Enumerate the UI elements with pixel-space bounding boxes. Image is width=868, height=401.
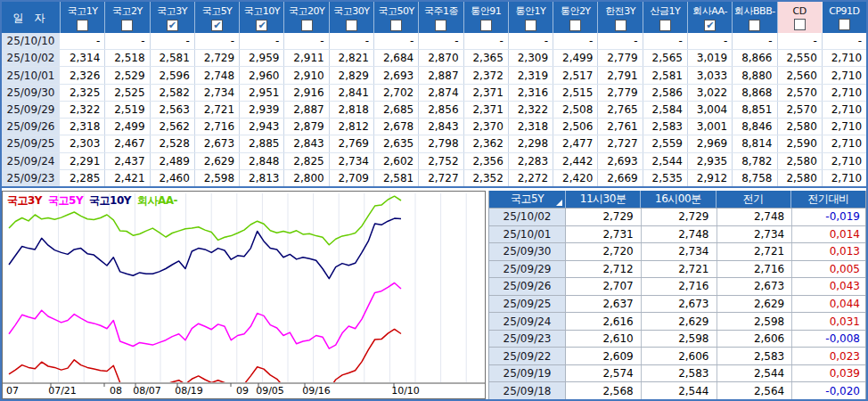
yield-cell: 2,887 <box>284 102 329 118</box>
yield-cell: - <box>733 33 777 49</box>
history-table-header: 국고5Y 11시30분 16시00분 전기 전기대비 <box>489 191 865 209</box>
checkbox-17[interactable] <box>839 19 850 30</box>
yield-cell: 2,580 <box>778 119 823 135</box>
checkbox-3[interactable]: ✔ <box>211 20 223 31</box>
yield-cell: 2,678 <box>374 119 419 135</box>
yield-cell: 2,560 <box>778 67 823 83</box>
yield-cell: 2,598 <box>195 170 240 186</box>
yield-cell: 2,506 <box>553 119 598 135</box>
sort-header-gukgo5y[interactable]: 국고5Y <box>489 191 566 208</box>
yield-cell: - <box>509 33 553 49</box>
checkbox-8[interactable] <box>435 20 446 31</box>
checkbox-14[interactable]: ✔ <box>704 20 716 31</box>
yield-cell: 2,559 <box>643 135 688 151</box>
checkbox-7[interactable] <box>390 20 402 31</box>
column-label: CP91D <box>829 5 859 17</box>
checkbox-2[interactable]: ✔ <box>167 20 178 31</box>
table-row: 25/09/302,3252,5252,5822,7342,9512,9162,… <box>2 85 866 102</box>
yield-cell: 2,365 <box>464 50 509 66</box>
yield-cell: 2,710 <box>823 153 866 169</box>
column-header-16: CD <box>778 2 823 33</box>
yield-cell: 2,581 <box>151 50 195 66</box>
history-row: 25/09/302,7202,7342,7210,013 <box>489 243 865 261</box>
history-date-cell: 25/09/26 <box>489 278 566 295</box>
yield-cell: 2,583 <box>643 119 688 135</box>
yield-cell: 2,843 <box>284 135 329 151</box>
yield-cell: 2,596 <box>151 67 195 83</box>
checkbox-5[interactable] <box>301 20 313 31</box>
column-header-14: 회사AA-✔ <box>688 2 733 33</box>
bottom-section: 국고3Y국고5Y국고10Y회사AA- 0707/210808/0708/1909… <box>2 191 866 399</box>
yield-cell: 2,729 <box>195 50 240 66</box>
yield-cell: - <box>105 33 150 49</box>
yield-cell: 2,748 <box>195 67 240 83</box>
table-row: 25/10/012,3262,5292,5962,7482,9602,9102,… <box>2 67 866 84</box>
yield-cell: 2,316 <box>509 85 553 101</box>
checkbox-0[interactable] <box>77 20 88 31</box>
yield-cell: 2,570 <box>778 102 823 118</box>
yield-cell: - <box>61 33 105 49</box>
checkbox-13[interactable] <box>659 20 671 31</box>
checkbox-11[interactable] <box>569 20 581 31</box>
value-1600-cell: 2,721 <box>642 261 717 278</box>
yield-cell: 2,371 <box>464 102 509 118</box>
column-header-17: CP91D <box>823 2 866 33</box>
checkbox-9[interactable] <box>480 20 492 31</box>
history-row: 25/09/232,6102,5982,606-0,008 <box>489 331 865 348</box>
yield-cell: 2,885 <box>240 135 284 151</box>
checkbox-12[interactable] <box>615 20 626 31</box>
history-date-cell: 25/09/18 <box>489 382 566 399</box>
column-header-10: 통안1Y <box>509 2 553 33</box>
value-1130-cell: 2,616 <box>566 313 642 330</box>
value-1130-cell: 2,574 <box>566 365 642 382</box>
yield-cell: 2,916 <box>284 85 329 101</box>
change-value-cell: 0,043 <box>792 278 865 295</box>
yield-cell: 2,499 <box>553 50 598 66</box>
prev-value-cell: 2,583 <box>717 348 793 364</box>
checkbox-15[interactable] <box>749 20 760 31</box>
yield-cell: 2,322 <box>509 102 553 118</box>
value-1600-cell: 2,716 <box>642 278 717 295</box>
history-row: 25/09/292,7122,7212,7160,005 <box>489 261 865 279</box>
yield-cell: 2,467 <box>105 135 150 151</box>
yield-cell: 2,887 <box>419 67 463 83</box>
yield-cell: 2,727 <box>598 135 643 151</box>
value-1600-cell: 2,629 <box>642 313 717 330</box>
yield-cell: 2,779 <box>598 50 643 66</box>
yield-cell: 2,318 <box>509 119 553 135</box>
checkbox-4[interactable]: ✔ <box>256 20 267 31</box>
yield-cell: 2,911 <box>284 50 329 66</box>
column-label: 국고5Y <box>202 4 233 18</box>
value-1600-cell: 2,673 <box>642 296 717 313</box>
yield-cell: 2,562 <box>151 119 195 135</box>
yield-cell: 2,721 <box>195 102 240 118</box>
x-axis-label: 08 <box>110 385 122 396</box>
yield-cell: 8,846 <box>733 119 777 135</box>
yield-cell: 8,758 <box>733 170 777 186</box>
column-label: 국고30Y <box>333 4 369 18</box>
value-1130-cell: 2,712 <box>566 261 642 278</box>
value-1600-cell: 2,544 <box>642 382 717 399</box>
yield-cell: 2,702 <box>374 85 419 101</box>
checkbox-16[interactable] <box>794 19 806 30</box>
yield-cell: 8,868 <box>733 85 777 101</box>
yield-cell: 2,693 <box>598 153 643 169</box>
checkbox-6[interactable] <box>346 20 357 31</box>
history-row: 25/09/182,5682,5442,564-0,020 <box>489 382 865 399</box>
legend-item: 회사AA- <box>137 194 177 207</box>
yield-cell: 2,325 <box>61 85 105 101</box>
checkbox-10[interactable] <box>525 20 536 31</box>
yield-cell: 2,460 <box>151 170 195 186</box>
yield-cell: 3,022 <box>688 85 733 101</box>
yield-cell: 2,752 <box>419 153 463 169</box>
yield-cell: 2,813 <box>240 170 284 186</box>
daily-yield-table: 일 자 국고1Y국고2Y국고3Y✔국고5Y✔국고10Y✔국고20Y국고30Y국고… <box>2 2 866 188</box>
value-1130-cell: 2,609 <box>566 348 642 364</box>
history-date-cell: 25/09/19 <box>489 365 566 382</box>
history-date-cell: 25/10/02 <box>489 209 566 225</box>
yield-cell: 2,529 <box>105 67 150 83</box>
checkbox-1[interactable] <box>121 20 133 31</box>
column-label: CD <box>793 5 807 17</box>
column-header-7: 국고50Y <box>374 2 419 33</box>
column-label: 국고1Y <box>68 4 98 18</box>
